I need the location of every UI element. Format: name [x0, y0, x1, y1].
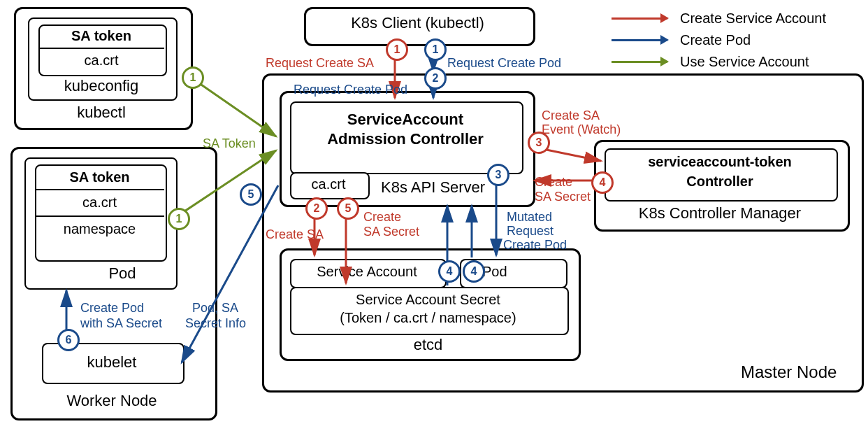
- lbl-mutated-l1: Mutated: [507, 210, 552, 225]
- step-olive-1a: 1: [182, 66, 204, 89]
- step-blue-2: 2: [424, 67, 447, 90]
- admission-l1: ServiceAccount: [290, 111, 521, 129]
- lbl-cpws-l2: with SA Secret: [80, 316, 162, 331]
- lbl-create-sa-secret2: Create SA Secret: [535, 175, 591, 204]
- step-red-4: 4: [591, 171, 614, 194]
- kubectl-label: kubectl: [14, 104, 189, 122]
- namespace-label: namespace: [35, 221, 164, 237]
- lbl-create-sa-event-l2: Event (Watch): [542, 122, 621, 137]
- sat-ctrl-l2: Controller: [605, 174, 835, 190]
- api-ca-label: ca.crt: [290, 176, 367, 192]
- lbl-req-create-pod: Request Create Pod: [447, 56, 561, 71]
- lbl-sa-token: SA Token: [203, 136, 256, 151]
- ca-crt-label-2: ca.crt: [35, 195, 164, 211]
- lbl-req-create-pod2: Request Create Pod: [294, 83, 407, 97]
- lbl-podsa-l1: Pod, SA: [192, 301, 238, 316]
- lbl-podsa-l2: Secret Info: [185, 316, 246, 331]
- legend: Create Service Account Create Pod Use Se…: [612, 10, 826, 70]
- step-red-2: 2: [305, 197, 328, 220]
- etcd-pod-label: Pod: [482, 264, 566, 280]
- worker-node-label: Worker Node: [10, 392, 213, 410]
- step-blue-3: 3: [487, 164, 509, 186]
- admission-l2: Admission Controller: [290, 130, 521, 148]
- master-node-label: Master Node: [741, 362, 837, 382]
- legend-create-sa: Create Service Account: [680, 10, 826, 27]
- legend-create-pod: Create Pod: [680, 32, 751, 48]
- ca-crt-label-1: ca.crt: [38, 52, 164, 69]
- step-blue-5: 5: [240, 183, 262, 206]
- step-blue-4a: 4: [438, 260, 461, 283]
- step-blue-6: 6: [57, 329, 80, 351]
- etcd-secret-l1: Service Account Secret: [290, 292, 566, 308]
- lbl-create-sa-secret: Create SA Secret: [363, 210, 419, 239]
- lbl-create-sa-event-l1: Create SA: [542, 108, 600, 123]
- etcd-label: etcd: [280, 336, 577, 354]
- lbl-req-create-sa: Request Create SA: [266, 56, 374, 71]
- step-blue-4b: 4: [463, 260, 485, 283]
- lbl-mutated-l3: Create Pod: [503, 238, 567, 253]
- k8s-client-label: K8s Client (kubectl): [304, 14, 531, 32]
- legend-use-sa: Use Service Account: [680, 54, 809, 70]
- sa-token-label-1: SA token: [38, 28, 164, 44]
- step-blue-1: 1: [424, 38, 447, 61]
- etcd-sa-label: Service Account: [290, 264, 444, 280]
- lbl-mutated-l2: Request: [507, 224, 554, 239]
- sa-token-label-2: SA token: [35, 169, 164, 185]
- step-olive-1b: 1: [168, 208, 190, 230]
- lbl-create-sa: Create SA: [266, 227, 324, 242]
- kubelet-label: kubelet: [42, 353, 182, 372]
- kubeconfig-label: kubeconfig: [28, 77, 175, 95]
- step-red-5: 5: [337, 197, 359, 220]
- sat-ctrl-l1: serviceaccount-token: [605, 154, 835, 170]
- lbl-cpws-l1: Create Pod: [80, 301, 144, 316]
- ctrl-mgr-label: K8s Controller Manager: [594, 204, 846, 222]
- etcd-secret-l2: (Token / ca.crt / namespace): [290, 310, 566, 326]
- pod-label: Pod: [84, 264, 161, 283]
- step-red-1: 1: [386, 38, 408, 61]
- api-server-label: K8s API Server: [381, 178, 485, 197]
